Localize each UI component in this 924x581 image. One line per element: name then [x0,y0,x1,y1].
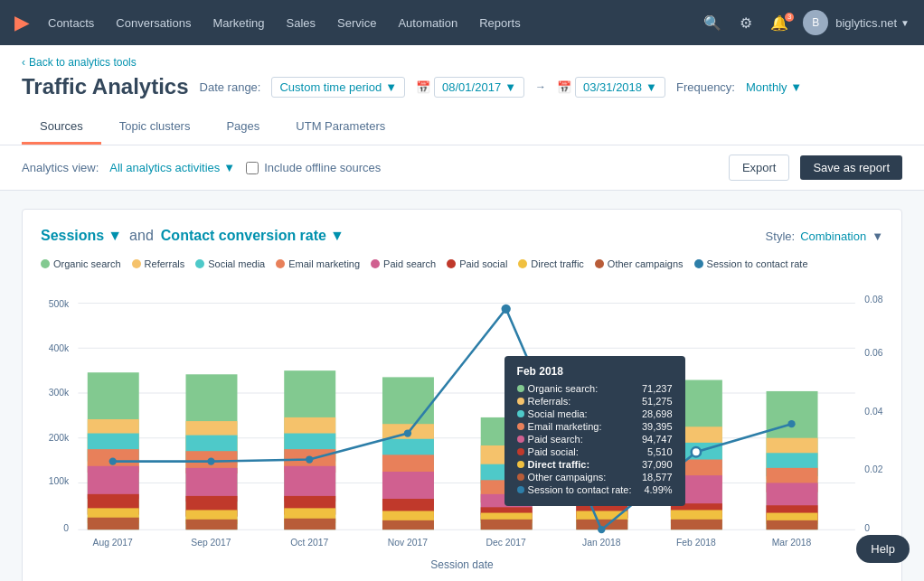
chart-style-selector[interactable]: Style: Combination ▼ [766,230,883,243]
tab-utm-parameters[interactable]: UTM Parameters [278,110,403,145]
legend-email-marketing-dot [276,259,285,268]
style-dropdown-icon: ▼ [872,230,883,243]
legend-social-media-dot [195,259,204,268]
date-range-label: Date range: [200,80,261,94]
nav-marketing[interactable]: Marketing [203,13,273,33]
conversion-selector[interactable]: Contact conversion rate ▼ [161,228,344,244]
svg-text:100k: 100k [49,476,70,486]
offline-sources-toggle[interactable]: Include offline sources [246,161,381,174]
legend-direct-traffic-dot [518,259,527,268]
nav-reports[interactable]: Reports [470,13,530,33]
chart-header: Sessions ▼ and Contact conversion rate ▼… [41,228,883,244]
sessions-selector[interactable]: Sessions ▼ [41,228,122,244]
hubspot-logo: ▶ [14,12,28,33]
nav-sales[interactable]: Sales [278,13,325,33]
avatar[interactable]: B [803,10,828,35]
legend-paid-social-dot [447,259,456,268]
page-title-row: Traffic Analytics Date range: Custom tim… [22,74,902,99]
chart-container: Sessions ▼ and Contact conversion rate ▼… [22,209,902,581]
svg-text:Sep 2017: Sep 2017 [191,538,231,548]
settings-icon[interactable]: ⚙ [732,11,759,35]
legend-direct-traffic: Direct traffic [518,258,583,269]
back-chevron-icon: ‹ [22,56,25,69]
legend-referrals: Referrals [132,258,185,269]
nav-automation[interactable]: Automation [389,13,467,33]
legend-session-contact-rate: Session to contact rate [694,258,808,269]
account-dropdown-icon[interactable]: ▼ [900,18,910,28]
point-feb [692,447,701,456]
tab-sources[interactable]: Sources [22,110,101,145]
tab-pages[interactable]: Pages [208,110,278,145]
freq-selector[interactable]: Monthly ▼ [746,80,802,94]
notifications-icon[interactable]: 🔔 3 [763,14,796,32]
svg-text:Mar 2018: Mar 2018 [772,538,812,548]
svg-text:0.08: 0.08 [864,295,882,305]
analytics-view-label: Analytics view: [22,161,99,174]
page-title: Traffic Analytics [22,74,189,99]
tab-bar: Sources Topic clusters Pages UTM Paramet… [22,110,902,145]
svg-text:Nov 2017: Nov 2017 [388,538,429,548]
tab-topic-clusters[interactable]: Topic clusters [101,110,209,145]
date-start-btn[interactable]: 08/01/2017 ▼ [434,77,524,98]
point-jan [598,526,605,533]
legend-paid-social: Paid social [447,258,507,269]
page-header: ‹ Back to analytics tools Traffic Analyt… [0,45,924,145]
bar-sep-other [186,520,238,529]
point-mar [787,420,795,427]
svg-text:Dec 2017: Dec 2017 [486,538,527,548]
svg-text:500k: 500k [49,299,70,309]
back-link[interactable]: ‹ Back to analytics tools [22,56,902,69]
legend-direct-traffic-label: Direct traffic [531,258,583,269]
point-aug [109,457,117,464]
legend-session-contact-rate-label: Session to contact rate [707,258,808,269]
top-navigation: ▶ Contacts Conversations Marketing Sales… [0,0,924,45]
offline-sources-checkbox[interactable] [246,162,259,174]
nav-service[interactable]: Service [328,13,385,33]
nav-conversations[interactable]: Conversations [107,13,200,33]
freq-label: Frequency: [676,80,735,94]
point-nov [404,429,411,436]
date-range-selector[interactable]: Custom time period ▼ [271,77,405,98]
svg-text:Aug 2017: Aug 2017 [93,538,134,548]
legend-paid-search-dot [371,259,380,268]
date-arrow-icon: → [535,80,546,93]
freq-dropdown-icon: ▼ [790,80,802,94]
analytics-view-selector[interactable]: All analytics activities ▼ [109,161,235,174]
notification-badge: 3 [785,13,794,22]
chart-area: 0 100k 200k 300k 400k 500k 0 0.02 0.04 0… [41,284,883,555]
save-report-button[interactable]: Save as report [800,155,902,180]
svg-text:0.04: 0.04 [864,407,882,417]
style-value[interactable]: Combination [800,230,866,243]
svg-text:200k: 200k [49,433,70,443]
bar-feb-other [671,520,722,529]
legend-other-campaigns-label: Other campaigns [608,258,684,269]
account-name[interactable]: biglytics.net [835,16,897,30]
chart-legend: Organic search Referrals Social media Em… [41,258,883,269]
svg-text:0: 0 [864,523,870,533]
svg-text:300k: 300k [49,388,70,398]
date-end-btn[interactable]: 03/31/2018 ▼ [575,77,665,98]
bar-mar-other [767,520,818,529]
help-button[interactable]: Help [856,535,910,563]
export-button[interactable]: Export [729,155,790,181]
svg-text:0.02: 0.02 [864,464,882,474]
analytics-toolbar: Analytics view: All analytics activities… [0,145,924,191]
date-start-container: 📅 08/01/2017 ▼ [416,77,524,98]
legend-organic-search-dot [41,259,50,268]
svg-text:Feb 2018: Feb 2018 [676,538,716,548]
calendar-start-icon: 📅 [416,80,430,94]
legend-social-media: Social media [195,258,265,269]
point-sep [207,457,214,464]
conversion-dropdown-icon: ▼ [330,228,344,244]
legend-email-marketing-label: Email marketing [288,258,360,269]
bar-nov-other [382,520,434,529]
sessions-dropdown-icon: ▼ [108,228,122,244]
svg-text:0: 0 [63,523,69,533]
search-icon[interactable]: 🔍 [696,11,729,35]
bar-oct-other [284,519,335,529]
chart-title: Sessions ▼ and Contact conversion rate ▼ [41,228,344,244]
legend-paid-search: Paid search [371,258,436,269]
date-start-dropdown-icon: ▼ [504,80,516,94]
nav-contacts[interactable]: Contacts [39,13,103,33]
legend-referrals-label: Referrals [145,258,185,269]
